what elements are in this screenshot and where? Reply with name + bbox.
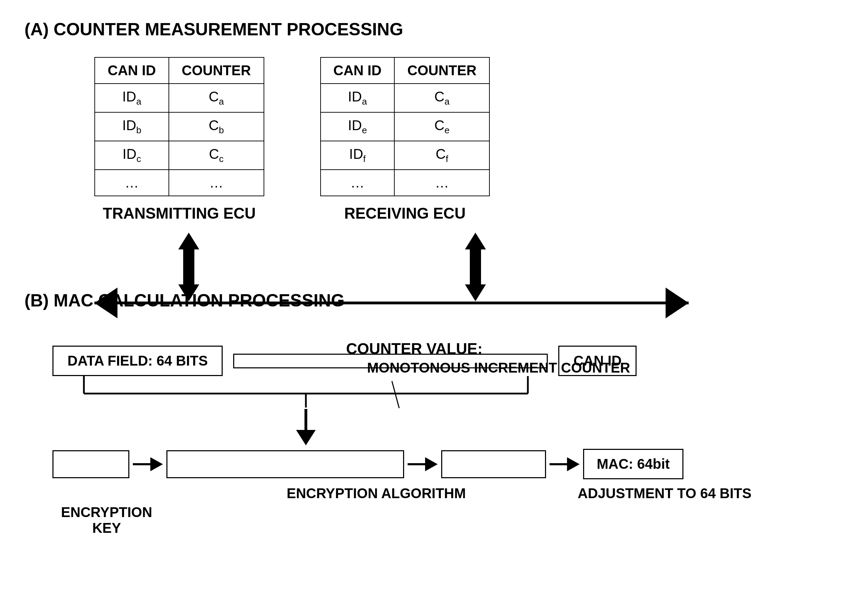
rx-c-f: Cf [394, 141, 490, 169]
encryption-algorithm-box [166, 450, 404, 478]
encryption-algorithm-label: ENCRYPTION ALGORITHM [287, 485, 466, 501]
rx-id-f: IDf [321, 141, 395, 169]
data-field-box: DATA FIELD: 64 BITS [53, 346, 223, 376]
receiving-label: RECEIVING ECU [344, 205, 466, 222]
encryption-algorithm-label-wrapper: ENCRYPTION ALGORITHM [308, 485, 466, 501]
brace-container [53, 376, 842, 409]
arrow-right-3 [550, 457, 580, 471]
rx-c-e: Ce [394, 112, 490, 141]
counter-value-label: COUNTER VALUE: [346, 339, 630, 359]
rx-ellipsis-c: … [394, 169, 490, 196]
receiving-ecu-wrapper: CAN ID COUNTER IDa Ca IDe Ce [320, 57, 490, 222]
tx-id-c: IDc [95, 141, 169, 169]
tx-ellipsis-c: … [169, 169, 264, 196]
tx-c-b: Cb [169, 112, 264, 141]
brace-svg [53, 376, 560, 407]
counter-annotation: COUNTER VALUE: MONOTONOUS INCREMENT COUN… [346, 339, 630, 377]
tx-col-counter: COUNTER [169, 58, 264, 84]
tx-c-c: Cc [169, 141, 264, 169]
part-b-section: (B) MAC CALCULATION PROCESSING COUNTER V… [25, 290, 842, 536]
processing-row: MAC: 64bit [53, 449, 842, 479]
tables-row: CAN ID COUNTER IDa Ca IDb Cb [95, 57, 689, 222]
main-container: (A) COUNTER MEASUREMENT PROCESSING CAN I… [0, 0, 868, 608]
tx-id-a: IDa [95, 84, 169, 112]
tx-ellipsis-id: … [95, 169, 169, 196]
rx-c-a: Ca [394, 84, 490, 112]
part-a-section: (A) COUNTER MEASUREMENT PROCESSING CAN I… [25, 19, 689, 319]
arrow-right-2 [408, 457, 438, 471]
arrow-right-1 [133, 457, 163, 471]
counter-value-sublabel: MONOTONOUS INCREMENT COUNTER [367, 359, 630, 377]
mac-box: MAC: 64bit [583, 449, 684, 479]
tx-col-canid: CAN ID [95, 58, 169, 84]
table-row: IDb Cb [95, 112, 264, 141]
down-arrow-container [299, 409, 842, 445]
table-row: IDa Ca [321, 84, 490, 112]
encryption-key-label: ENCRYPTION KEY [53, 504, 161, 536]
processing-labels-row: ENCRYPTION KEY ENCRYPTION ALGORITHM ADJU… [53, 485, 842, 536]
rx-id-a: IDa [321, 84, 395, 112]
receiving-table: CAN ID COUNTER IDa Ca IDe Ce [320, 57, 490, 196]
rx-col-counter: COUNTER [394, 58, 490, 84]
transmitting-label: TRANSMITTING ECU [103, 205, 256, 222]
adjustment-label-wrapper: ADJUSTMENT TO 64 BITS [578, 485, 752, 501]
table-row: IDa Ca [95, 84, 264, 112]
encryption-key-label-wrapper: ENCRYPTION KEY [53, 485, 161, 536]
table-row: … … [321, 169, 490, 196]
encryption-key-box [53, 450, 129, 478]
transmitting-table: CAN ID COUNTER IDa Ca IDb Cb [95, 57, 264, 196]
table-row: IDf Cf [321, 141, 490, 169]
adjustment-box [441, 450, 546, 478]
part-b-label: (B) MAC CALCULATION PROCESSING [25, 290, 842, 311]
table-row: IDe Ce [321, 112, 490, 141]
part-a-label: (A) COUNTER MEASUREMENT PROCESSING [25, 19, 689, 39]
top-row-container: COUNTER VALUE: MONOTONOUS INCREMENT COUN… [25, 346, 842, 536]
tx-id-b: IDb [95, 112, 169, 141]
table-row: IDc Cc [95, 141, 264, 169]
tx-c-a: Ca [169, 84, 264, 112]
rx-col-canid: CAN ID [321, 58, 395, 84]
adjustment-label: ADJUSTMENT TO 64 BITS [578, 485, 752, 501]
rx-id-e: IDe [321, 112, 395, 141]
transmitting-ecu-wrapper: CAN ID COUNTER IDa Ca IDb Cb [95, 57, 264, 222]
table-row: … … [95, 169, 264, 196]
rx-ellipsis-id: … [321, 169, 395, 196]
